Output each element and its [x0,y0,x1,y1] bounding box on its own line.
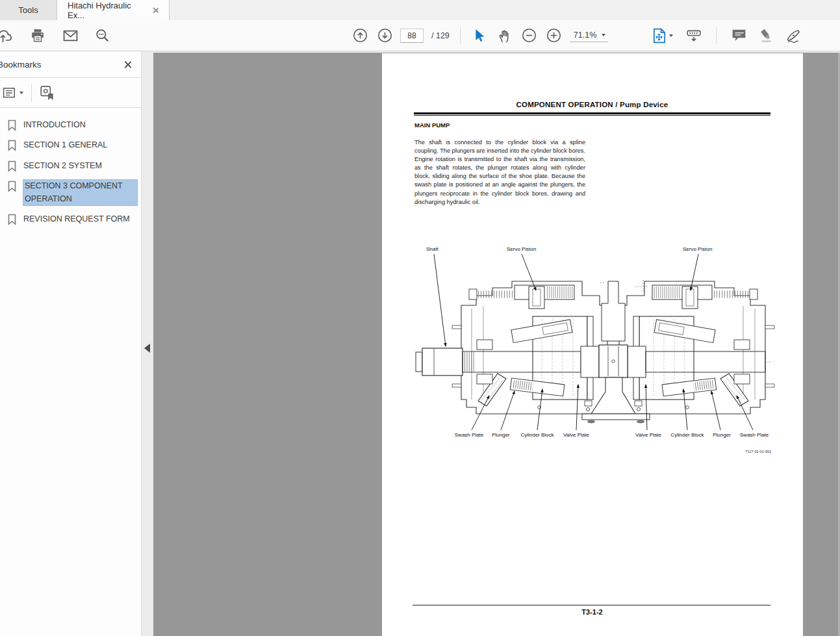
bookmark-icon [7,214,17,225]
diagram-label-servo-piston-left: Servo Piston [507,246,536,252]
zoom-level-dropdown[interactable]: 71.1% [570,29,608,42]
next-page-button[interactable] [375,27,394,45]
signature-pen-icon [785,29,802,43]
cloud-share-button[interactable] [0,27,14,45]
paragraph-2: Engine rotation is transmitted to the sh… [414,155,585,207]
tab-tools[interactable]: Tools [0,0,57,20]
tab-document-label: Hitachi Hydraulic Ex... [68,1,147,20]
email-icon [63,29,78,42]
page-number-input[interactable] [400,29,424,43]
bookmark-icon [7,120,17,131]
paragraph-1: The shaft is connected to the cylinder b… [414,138,585,155]
panel-splitter[interactable] [141,51,153,636]
diagram-label-valve-plate-left: Valve Plate [563,432,589,438]
toolbar-separator [460,27,461,44]
bookmark-item-section1[interactable]: SECTION 1 GENERAL [0,135,141,155]
select-cursor-icon [474,29,486,42]
bookmark-label-selected: SECTION 3 COMPONENT OPERATION [23,180,137,205]
diagram-label-plunger-right: Plunger [713,432,731,438]
body-text: The shaft is connected to the cylinder b… [414,138,585,207]
page-footer: T3-1-2 [414,608,770,616]
bookmark-item-introduction[interactable]: INTRODUCTION [0,115,141,135]
select-tool-button[interactable] [471,27,489,45]
sidebar-separator [31,84,32,102]
pdf-page: COMPONENT OPERATION / Pump Device MAIN P… [382,53,803,636]
bookmark-find-icon [40,85,55,101]
collapse-panel-icon[interactable] [144,344,150,353]
fit-page-icon [652,28,667,44]
bookmark-label: INTRODUCTION [23,119,86,131]
zoom-in-button[interactable] [545,27,563,45]
previous-page-button[interactable] [351,27,369,45]
pump-cross-section-diagram: Shaft Servo Piston Servo Piston Swash Pl… [414,244,778,458]
chevron-down-icon [19,92,23,94]
highlight-button[interactable] [757,27,775,45]
zoom-level-value: 71.1% [574,31,596,40]
diagram-label-cylinder-block-right: Cylinder Block [670,432,704,438]
sign-button[interactable] [784,27,802,45]
bookmarks-panel: Bookmarks [0,51,141,636]
bookmark-label: REVISION REQUEST FORM [23,213,130,225]
tab-bar: Tools Hitachi Hydraulic Ex... [0,0,840,20]
diagram-label-servo-piston-right: Servo Piston [683,246,712,252]
hand-tool-button[interactable] [496,27,514,45]
highlighter-icon [758,29,774,43]
close-panel-icon[interactable] [124,60,132,68]
zoom-out-button[interactable] [520,27,539,45]
header-rule [414,112,770,114]
zoom-out-icon [522,28,537,43]
search-zoom-button[interactable] [94,27,112,45]
diagram-label-shaft: Shaft [426,246,439,252]
diagram-label-cylinder-block-left: Cylinder Block [520,432,554,438]
cloud-upload-icon [0,28,14,44]
bookmark-icon [7,181,17,192]
page-count-label: / 129 [431,31,450,40]
content-area: Bookmarks [0,51,840,636]
bookmark-label: SECTION 2 SYSTEM [23,160,102,172]
find-current-bookmark-button[interactable] [40,85,55,101]
figure-reference: T117-02-01-002 [745,450,771,453]
bookmarks-header: Bookmarks [0,51,141,78]
diagram-label-plunger-left: Plunger [492,432,510,438]
bookmark-item-section3-selected[interactable]: SECTION 3 COMPONENT OPERATION [0,176,141,209]
toolbar-separator [716,27,717,44]
bookmarks-title: Bookmarks [0,60,42,70]
bookmarks-list: INTRODUCTION SECTION 1 GENERAL SECTION 2… [0,108,141,229]
page-fit-dropdown[interactable] [650,27,676,45]
header-rule-thin [414,115,770,116]
print-button[interactable] [29,27,47,45]
chevron-down-icon [669,34,673,37]
bookmark-item-section2[interactable]: SECTION 2 SYSTEM [0,156,141,176]
bookmark-options-button[interactable] [3,86,23,99]
printer-icon [31,29,45,43]
bookmarks-toolbar [0,78,141,108]
email-button[interactable] [61,27,79,45]
page-title: COMPONENT OPERATION / Pump Device [414,101,770,108]
document-viewer[interactable]: COMPONENT OPERATION / Pump Device MAIN P… [153,51,840,636]
toolbar-collapse-icon [686,29,702,43]
comment-bubble-icon [732,29,746,42]
page-down-icon [377,28,392,43]
footer-rule [413,605,770,605]
tab-close-icon[interactable] [152,7,159,14]
zoom-in-icon [546,28,561,43]
hand-icon [498,29,512,43]
chevron-down-icon [602,34,605,36]
bookmark-label: SECTION 1 GENERAL [23,139,107,151]
bookmark-icon [7,160,17,172]
comment-button[interactable] [730,27,748,45]
tab-document[interactable]: Hitachi Hydraulic Ex... [57,0,170,20]
bookmark-item-revision[interactable]: REVISION REQUEST FORM [0,209,141,229]
main-toolbar: / 129 71.1% [0,20,840,51]
bookmark-icon [7,140,17,151]
diagram-label-valve-plate-right: Valve Plate [635,432,661,438]
collapse-toolbar-button[interactable] [685,27,703,45]
diagram-label-swash-plate-left: Swash Plate [455,432,484,438]
section-heading: MAIN PUMP [414,121,450,129]
tab-tools-label: Tools [18,5,38,15]
diagram-label-swash-plate-right: Swash Plate [740,432,769,438]
magnifier-dots-icon [95,29,110,43]
options-list-icon [3,86,17,99]
page-up-icon [353,28,368,43]
